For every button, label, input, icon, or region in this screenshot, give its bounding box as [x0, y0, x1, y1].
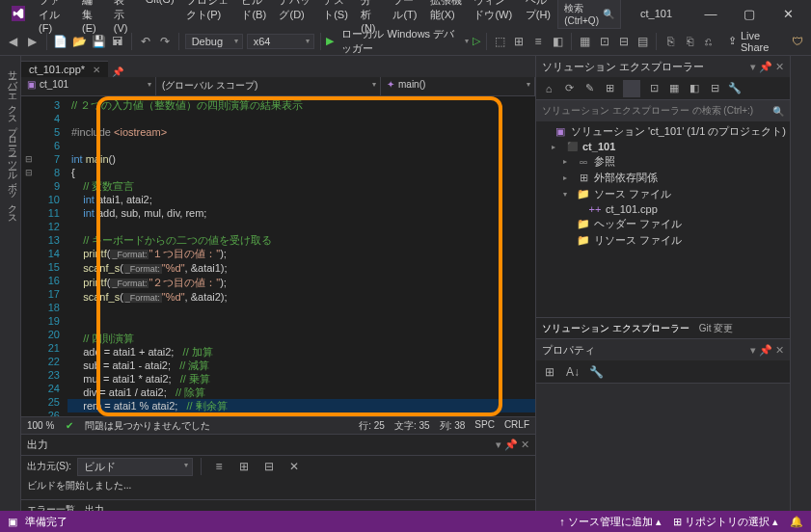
- wrench-icon[interactable]: 🔧: [586, 362, 606, 382]
- output-src-dropdown[interactable]: ビルド: [77, 458, 193, 476]
- title-bar: ファイル(F)編集(E)表示(V)Git(G)プロジェクト(P)ビルド(B)デバ…: [0, 0, 811, 27]
- redo-icon[interactable]: ↷: [157, 32, 173, 51]
- liveshare-icon: ⇪: [728, 35, 737, 47]
- close-button[interactable]: ✕: [769, 0, 807, 27]
- play-nodbg-icon[interactable]: ▷: [473, 35, 480, 47]
- solution-explorer-header: ソリューション エクスプローラー ▾ 📌 ✕: [536, 56, 790, 77]
- tb-icon[interactable]: ⟳: [560, 80, 578, 97]
- tb-icon[interactable]: ⊞: [511, 32, 527, 51]
- code-editor[interactable]: 3456⊟7⊟891011121314151617181920212223242…: [21, 96, 535, 416]
- external-icon: ⊞: [577, 172, 590, 184]
- output-title: 出力: [27, 438, 48, 452]
- config-dropdown[interactable]: Debug: [185, 34, 243, 49]
- dropdown-icon[interactable]: ▾ 📌 ✕: [496, 439, 529, 451]
- play-icon[interactable]: ▶: [326, 35, 334, 47]
- right-rail: [790, 56, 811, 519]
- home-icon[interactable]: ⌂: [540, 80, 557, 97]
- debug-target[interactable]: ローカル Windows デバッガー: [338, 27, 460, 56]
- toolbar: ◀ ▶ 📄 📂 💾 🖬 ↶ ↷ Debug x64 ▶ ローカル Windows…: [0, 27, 811, 56]
- solution-tree[interactable]: ▣ソリューション 'ct_101' (1/1 のプロジェクト) ▸⬛ct_101…: [536, 121, 790, 317]
- repo-icon: ⊞: [673, 516, 682, 527]
- tb-icon[interactable]: ▦: [665, 80, 683, 97]
- search-box[interactable]: 検索 (Ctrl+Q) 🔍: [557, 0, 621, 29]
- code-navbar: ▣ct_101 (グローバル スコープ) ✦main(): [21, 77, 535, 96]
- back-icon[interactable]: ◀: [6, 32, 21, 51]
- tb-icon[interactable]: ⬚: [492, 32, 507, 51]
- solution-icon: ▣: [554, 125, 567, 138]
- menu-item[interactable]: ビルド(B): [235, 0, 273, 38]
- tab-active[interactable]: ct_101.cpp* ✕: [21, 61, 108, 77]
- window-buttons: — ▢ ✕: [691, 0, 807, 27]
- tb-icon[interactable]: ⊡: [597, 32, 612, 51]
- references-icon: ▫▫: [577, 156, 590, 168]
- alpha-icon[interactable]: A↓: [563, 362, 582, 382]
- placeholder: 検索 (Ctrl+Q): [564, 2, 599, 26]
- solution-search[interactable]: ソリューション エクスプローラー の検索 (Ctrl+:) 🔍: [536, 100, 790, 121]
- tb-icon[interactable]: ▤: [635, 32, 650, 51]
- tb-icon[interactable]: ⎘: [662, 32, 678, 51]
- tb-icon[interactable]: ⊡: [645, 80, 662, 97]
- output-body[interactable]: ビルドを開始しました...: [21, 477, 535, 499]
- add-source-control[interactable]: ↑ ソース管理に追加 ▴: [559, 515, 662, 529]
- nav-scope[interactable]: (グローバル スコープ): [156, 77, 381, 95]
- output-icon[interactable]: ▣: [8, 516, 17, 528]
- saveall-icon[interactable]: 🖬: [110, 32, 125, 51]
- new-icon[interactable]: 📄: [53, 32, 68, 51]
- left-rail[interactable]: サーバー エクスプローラー ツールボックス: [0, 56, 21, 519]
- project-icon: ⬛: [565, 142, 579, 151]
- repo-select[interactable]: ⊞ リポジトリの選択 ▴: [673, 515, 778, 529]
- tb-icon[interactable]: ≡: [209, 457, 229, 476]
- tb-icon[interactable]: ▦: [578, 32, 593, 51]
- tb-icon[interactable]: ≡: [530, 32, 546, 51]
- categorize-icon[interactable]: ⊞: [540, 362, 559, 382]
- solution-title: ct_101: [640, 8, 672, 19]
- cpp-icon: ++: [588, 203, 602, 215]
- minimize-button[interactable]: —: [691, 0, 730, 27]
- tb-icon[interactable]: ✎: [581, 80, 598, 97]
- live-share[interactable]: ⇪ Live Share: [720, 30, 786, 53]
- tb-icon[interactable]: ⎗: [682, 32, 697, 51]
- tb-icon[interactable]: ⊟: [706, 80, 723, 97]
- folder-icon: 📁: [577, 218, 590, 230]
- properties-body: [536, 384, 790, 519]
- wrench-icon[interactable]: 🔧: [726, 80, 743, 97]
- panel-tab[interactable]: ソリューション エクスプローラー: [542, 322, 689, 335]
- solution-explorer-toolbar: ⌂ ⟳ ✎ ⊞ ⊡ ▦ ◧ ⊟ 🔧: [536, 77, 790, 100]
- pin-icon[interactable]: 📌: [112, 66, 123, 77]
- tb-icon[interactable]: ⎌: [701, 32, 716, 51]
- statusbar: ▣ 準備完了 ↑ ソース管理に追加 ▴ ⊞ リポジトリの選択 ▴ 🔔: [0, 511, 811, 532]
- menu-item[interactable]: プロジェクト(P): [180, 0, 236, 38]
- editor-tabs: ct_101.cpp* ✕ 📌: [21, 56, 535, 77]
- tb-icon[interactable]: ⊟: [259, 457, 279, 476]
- check-icon: ✔: [66, 420, 73, 431]
- output-panel: 出力 ▾ 📌 ✕ 出力元(S): ビルド ≡ ⊞ ⊟ ✕ ビルドを開始しました.…: [21, 434, 535, 519]
- menu-item[interactable]: デバッグ(D): [273, 0, 317, 38]
- search-icon: 🔍: [603, 9, 614, 19]
- properties-header: プロパティ ▾ 📌 ✕: [536, 339, 790, 360]
- vs-logo-icon: [12, 6, 25, 21]
- open-icon[interactable]: 📂: [72, 32, 88, 51]
- tb-icon[interactable]: ◧: [686, 80, 703, 97]
- undo-icon[interactable]: ↶: [138, 32, 153, 51]
- tb-icon[interactable]: ⊞: [234, 457, 254, 476]
- tb-icon[interactable]: ⊟: [616, 32, 632, 51]
- dropdown-icon[interactable]: ▾ 📌 ✕: [750, 61, 784, 73]
- save-icon[interactable]: 💾: [91, 32, 106, 51]
- folder-icon: 📁: [577, 234, 590, 247]
- dropdown-icon[interactable]: ▾ 📌 ✕: [750, 344, 784, 357]
- nav-function[interactable]: ✦main(): [381, 77, 535, 95]
- tb-icon[interactable]: ✕: [284, 457, 304, 476]
- up-icon: ↑: [559, 516, 565, 527]
- editor-statusbar: 100 % ✔ 問題は見つかりませんでした 行: 25 文字: 35 列: 38…: [21, 416, 535, 434]
- folder-icon: 📁: [577, 188, 590, 200]
- panel-tab[interactable]: Git 変更: [699, 322, 734, 335]
- tb-icon[interactable]: ⊞: [601, 80, 618, 97]
- fwd-icon[interactable]: ▶: [25, 32, 41, 51]
- bell-icon[interactable]: 🔔: [790, 516, 803, 528]
- admin-icon[interactable]: 🛡: [790, 32, 805, 51]
- platform-dropdown[interactable]: x64: [247, 34, 314, 49]
- nav-project[interactable]: ▣ct_101: [21, 77, 156, 95]
- maximize-button[interactable]: ▢: [730, 0, 769, 27]
- close-icon[interactable]: ✕: [93, 65, 100, 75]
- tb-icon[interactable]: ◧: [550, 32, 565, 51]
